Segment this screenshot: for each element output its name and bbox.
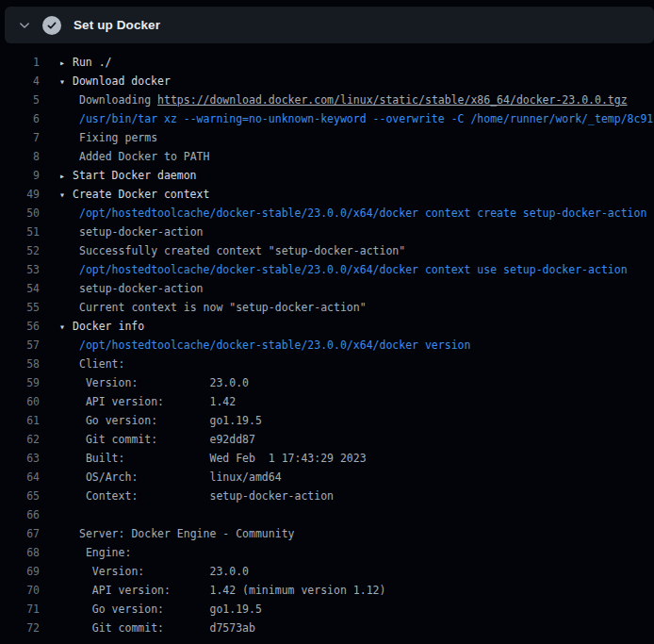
log-line: 50/opt/hostedtoolcache/docker-stable/23.… — [0, 204, 654, 223]
log-line: 57/opt/hostedtoolcache/docker-stable/23.… — [0, 336, 654, 355]
line-number[interactable]: 5 — [0, 91, 40, 109]
log-line: 6/usr/bin/tar xz --warning=no-unknown-ke… — [0, 109, 654, 128]
command-text: /usr/bin/tar xz --warning=no-unknown-key… — [79, 112, 653, 125]
line-number[interactable]: 62 — [0, 430, 40, 449]
log-text: Client: — [79, 357, 124, 371]
log-line: 54setup-docker-action — [0, 279, 654, 298]
log-line: 53/opt/hostedtoolcache/docker-stable/23.… — [0, 260, 654, 279]
line-number[interactable]: 56 — [0, 317, 40, 336]
log-line: 67Server: Docker Engine - Community — [0, 524, 654, 543]
command-text: /opt/hostedtoolcache/docker-stable/23.0.… — [79, 339, 470, 352]
log-text: Server: Docker Engine - Community — [79, 527, 294, 540]
step-title: Set up Docker — [74, 18, 160, 32]
log-line: 68 Engine: — [0, 543, 654, 562]
line-number[interactable]: 71 — [0, 600, 40, 619]
line-number[interactable]: 4 — [0, 72, 40, 91]
log-line: 4▾Download docker — [0, 72, 654, 91]
line-number[interactable]: 57 — [0, 336, 40, 355]
line-number[interactable]: 53 — [0, 260, 40, 279]
log-text: Version: 23.0.0 — [79, 376, 249, 389]
line-number[interactable]: 65 — [0, 487, 40, 505]
log-line: 49▾Create Docker context — [0, 185, 654, 204]
group-collapse-icon[interactable]: ▾ — [59, 73, 66, 91]
log-line: 66 — [0, 505, 654, 524]
log-line: 72 Git commit: d7573ab — [0, 619, 654, 637]
line-number[interactable]: 64 — [0, 468, 40, 487]
log-text: Go version: go1.19.5 — [79, 414, 262, 427]
log-text: setup-docker-action — [79, 282, 204, 295]
log-link[interactable]: https://download.docker.com/linux/static… — [157, 93, 628, 107]
log-line: 5Downloading https://download.docker.com… — [0, 91, 654, 109]
log-line: 9▸Start Docker daemon — [0, 166, 654, 185]
log-line: 70 API version: 1.42 (minimum version 1.… — [0, 581, 654, 600]
log-line: 58Client: — [0, 355, 654, 373]
log-text: Fixing perms — [79, 131, 157, 144]
line-number[interactable]: 50 — [0, 204, 40, 223]
log-line: 63 Built: Wed Feb 1 17:43:29 2023 — [0, 449, 654, 468]
log-text: setup-docker-action — [79, 225, 204, 239]
line-number[interactable]: 68 — [0, 543, 40, 562]
log-text: Engine: — [79, 546, 131, 559]
line-number[interactable]: 58 — [0, 355, 40, 373]
log-line: 51setup-docker-action — [0, 223, 654, 241]
log-line: 65 Context: setup-docker-action — [0, 487, 654, 505]
line-number[interactable]: 52 — [0, 241, 40, 260]
group-expand-icon[interactable]: ▸ — [59, 167, 66, 186]
group-title[interactable]: Run ./ — [73, 56, 112, 69]
log-text: Current context is now "setup-docker-act… — [79, 301, 367, 314]
log-text: API version: 1.42 — [79, 395, 236, 408]
line-number[interactable]: 1 — [0, 53, 40, 72]
group-title[interactable]: Docker info — [73, 320, 144, 333]
line-number[interactable]: 51 — [0, 223, 40, 241]
line-number[interactable]: 9 — [0, 166, 40, 185]
log-line: 52Successfully created context "setup-do… — [0, 241, 654, 260]
log-line: 7Fixing perms — [0, 128, 654, 147]
line-number[interactable]: 55 — [0, 298, 40, 317]
line-number[interactable]: 72 — [0, 619, 40, 637]
log-text: Added Docker to PATH — [79, 150, 209, 163]
line-number[interactable]: 67 — [0, 524, 40, 543]
line-number[interactable]: 7 — [0, 128, 40, 147]
command-text: /opt/hostedtoolcache/docker-stable/23.0.… — [79, 263, 628, 276]
chevron-down-icon[interactable] — [18, 19, 31, 32]
step-header[interactable]: Set up Docker — [5, 7, 654, 43]
line-number[interactable]: 8 — [0, 147, 40, 166]
log-text: Context: setup-docker-action — [79, 489, 334, 503]
log-text: Git commit: d7573ab — [79, 621, 255, 635]
log-line: 61 Go version: go1.19.5 — [0, 411, 654, 430]
log-line: 59 Version: 23.0.0 — [0, 373, 654, 392]
line-number[interactable]: 66 — [0, 505, 40, 524]
log-text: Version: 23.0.0 — [79, 565, 249, 578]
log-line: 64 OS/Arch: linux/amd64 — [0, 468, 654, 487]
command-text: /opt/hostedtoolcache/docker-stable/23.0.… — [79, 206, 646, 220]
log-line: 62 Git commit: e92dd87 — [0, 430, 654, 449]
log-text: Git commit: e92dd87 — [79, 433, 255, 446]
group-expand-icon[interactable]: ▸ — [59, 54, 66, 73]
log-text: OS/Arch: linux/amd64 — [79, 471, 282, 484]
line-number[interactable]: 54 — [0, 279, 40, 298]
log-text: Go version: go1.19.5 — [79, 603, 262, 616]
line-number[interactable]: 61 — [0, 411, 40, 430]
group-collapse-icon[interactable]: ▾ — [59, 318, 66, 337]
line-number[interactable]: 49 — [0, 185, 40, 204]
line-number[interactable]: 70 — [0, 581, 40, 600]
log-line: 69 Version: 23.0.0 — [0, 562, 654, 581]
line-number[interactable]: 6 — [0, 109, 40, 128]
log-text: API version: 1.42 (minimum version 1.12) — [79, 584, 385, 597]
log-line: 71 Go version: go1.19.5 — [0, 600, 654, 619]
check-icon — [42, 16, 61, 35]
log-rows: 1▸Run ./4▾Download docker5Downloading ht… — [0, 53, 654, 637]
log-line: 1▸Run ./ — [0, 53, 654, 72]
line-number[interactable]: 60 — [0, 392, 40, 411]
log-line: 55Current context is now "setup-docker-a… — [0, 298, 654, 317]
log-text: Built: Wed Feb 1 17:43:29 2023 — [79, 452, 367, 465]
group-title[interactable]: Download docker — [73, 74, 171, 88]
log-line: 56▾Docker info — [0, 317, 654, 336]
group-title[interactable]: Start Docker daemon — [73, 169, 197, 182]
line-number[interactable]: 59 — [0, 373, 40, 392]
group-collapse-icon[interactable]: ▾ — [59, 186, 66, 205]
log-line: 8Added Docker to PATH — [0, 147, 654, 166]
line-number[interactable]: 69 — [0, 562, 40, 581]
line-number[interactable]: 63 — [0, 449, 40, 468]
group-title[interactable]: Create Docker context — [73, 188, 209, 201]
